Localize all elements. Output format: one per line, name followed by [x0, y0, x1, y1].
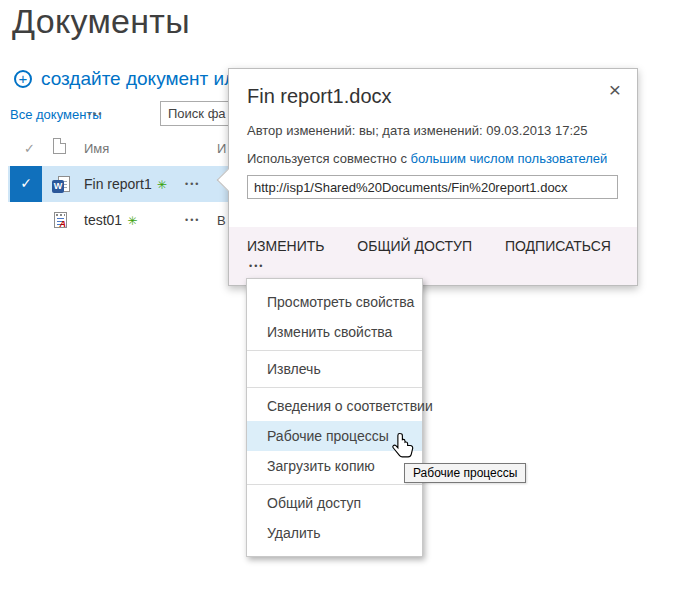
- new-item-badge-icon: ✳: [157, 178, 167, 192]
- callout-title: Fin report1.docx: [247, 85, 392, 108]
- menu-group: Извлечь: [247, 350, 422, 387]
- tooltip: Рабочие процессы: [404, 463, 526, 483]
- menu-item-check-out[interactable]: Извлечь: [247, 354, 422, 384]
- check-icon: ✓: [10, 175, 42, 191]
- file-name[interactable]: test01✳: [84, 212, 137, 228]
- follow-action-button[interactable]: ПОДПИСАТЬСЯ: [505, 238, 611, 254]
- menu-item-view-properties[interactable]: Просмотреть свойства: [247, 287, 422, 317]
- new-document-link[interactable]: + создайте документ ил: [14, 68, 235, 90]
- select-all-check-icon[interactable]: ✓: [24, 141, 35, 156]
- row-checkbox[interactable]: ✓: [10, 166, 42, 202]
- text-document-icon: A: [52, 212, 70, 229]
- document-url-field[interactable]: [247, 175, 618, 199]
- sharepoint-document-library: Документы + создайте документ ил Все док…: [0, 0, 679, 611]
- row-ellipsis-menu-button[interactable]: •••: [185, 179, 200, 189]
- new-document-label: создайте документ ил: [41, 68, 235, 90]
- shared-with-link[interactable]: большим числом пользователей: [411, 151, 608, 166]
- menu-group: Просмотреть свойства Изменить свойства: [247, 284, 422, 350]
- callout-actions: ИЗМЕНИТЬ ОБЩИЙ ДОСТУП ПОДПИСАТЬСЯ: [247, 238, 640, 254]
- view-more-ellipsis-icon[interactable]: •••: [88, 109, 103, 119]
- name-column-header[interactable]: Имя: [84, 141, 109, 156]
- context-menu: Просмотреть свойства Изменить свойства И…: [246, 278, 423, 557]
- callout-more-ellipsis-button[interactable]: •••: [249, 261, 264, 271]
- document-callout: Fin report1.docx × Автор изменений: вы; …: [228, 68, 638, 286]
- callout-action-bar: ИЗМЕНИТЬ ОБЩИЙ ДОСТУП ПОДПИСАТЬСЯ •••: [229, 227, 637, 285]
- callout-shared-info: Используется совместно с большим числом …: [247, 151, 607, 166]
- plus-circle-icon: +: [14, 70, 32, 88]
- shared-prefix-text: Используется совместно с: [247, 151, 407, 166]
- edit-action-button[interactable]: ИЗМЕНИТЬ: [247, 238, 324, 254]
- callout-modified-info: Автор изменений: вы; дата изменений: 09.…: [247, 123, 587, 138]
- row-checkbox[interactable]: [10, 202, 42, 238]
- modified-column-header-partial: И: [217, 141, 226, 156]
- hand-pointer-cursor-icon: [392, 432, 416, 462]
- new-item-badge-icon: ✳: [127, 214, 137, 228]
- close-icon[interactable]: ×: [605, 75, 625, 104]
- file-name-text: Fin report1: [84, 176, 152, 192]
- file-name[interactable]: Fin report1✳: [84, 176, 167, 192]
- share-action-button[interactable]: ОБЩИЙ ДОСТУП: [357, 238, 472, 254]
- menu-item-share[interactable]: Общий доступ: [247, 488, 422, 518]
- menu-item-delete[interactable]: Удалить: [247, 518, 422, 548]
- file-name-text: test01: [84, 212, 122, 228]
- row-ellipsis-menu-button[interactable]: •••: [185, 215, 200, 225]
- menu-item-compliance-details[interactable]: Сведения о соответствии: [247, 391, 422, 421]
- page-title: Документы: [12, 2, 190, 41]
- menu-group: Общий доступ Удалить: [247, 484, 422, 551]
- modified-date-partial: В: [217, 213, 226, 228]
- file-type-column-icon[interactable]: [53, 138, 66, 154]
- menu-item-edit-properties[interactable]: Изменить свойства: [247, 317, 422, 347]
- word-document-icon: W: [52, 176, 70, 193]
